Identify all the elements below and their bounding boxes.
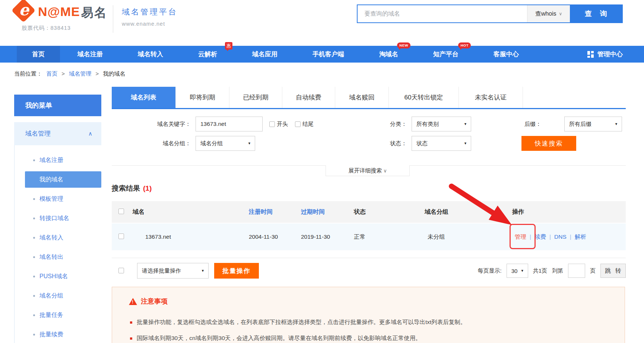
starts-with-checkbox[interactable]	[269, 121, 275, 127]
table-bottom-border	[112, 250, 626, 258]
expand-label: 展开详细搜索	[348, 167, 382, 174]
breadcrumb-home-link[interactable]: 首页	[46, 70, 57, 77]
sidebar-item-batch-tasks[interactable]: 批量任务	[15, 305, 101, 325]
nav-item-ip-platform[interactable]: 知产平台 HOT	[416, 46, 476, 63]
notice-panel: 注意事项 批量操作功能，复选框勾选或全选域名，在列表底部下拉框选择选择类型，点击…	[112, 287, 625, 343]
notice-item-text: 批量操作功能，复选框勾选或全选域名，在列表底部下拉框选择选择类型，点击进行批量操…	[137, 318, 466, 326]
resolve-link[interactable]: 解析	[575, 233, 586, 241]
status-select[interactable]: 状态 ▼	[412, 136, 471, 151]
whois-search-input[interactable]	[358, 5, 527, 22]
sidebar-item-my-domains[interactable]: 我的域名	[25, 171, 101, 188]
bullet-icon	[33, 198, 35, 200]
header-register-date-sort[interactable]: 注册时间	[249, 208, 301, 216]
group-label: 域名分组：	[145, 136, 191, 151]
whois-search-button[interactable]: 查 询	[570, 5, 622, 22]
jump-button[interactable]: 跳 转	[600, 264, 626, 278]
breadcrumb-prefix: 当前位置：	[14, 70, 42, 77]
header-status: 状态	[354, 208, 425, 216]
status-value: 正常	[354, 233, 425, 241]
sidebar-item-label: 转接口域名	[39, 215, 69, 222]
sidebar-menu-list: 域名注册 我的域名 模板管理 转接口域名 域名转入 域名转出 PUSH域名 域名…	[14, 145, 101, 343]
sidebar-item-template-management[interactable]: 模板管理	[15, 189, 101, 209]
dropdown-caret-icon: ▼	[464, 142, 467, 145]
dns-link[interactable]: DNS	[554, 234, 567, 240]
expand-detailed-search[interactable]: 展开详细搜索∨	[326, 165, 410, 176]
nav-item-domain-market[interactable]: 淘域名 NEW	[362, 46, 416, 63]
row-checkbox-cell	[112, 234, 133, 241]
category-select[interactable]: 所有类别 ▼	[412, 117, 471, 131]
pager-controls: 每页显示: 30 ▼ 共1页 到第 页 跳 转	[478, 264, 626, 278]
batch-select-all-checkbox[interactable]	[118, 268, 124, 273]
sidebar-item-label: 批量任务	[39, 311, 63, 319]
nav-item-domain-register[interactable]: 域名注册	[60, 46, 120, 63]
tab-expired[interactable]: 已经到期	[229, 87, 282, 108]
notice-title: 注意事项	[129, 297, 168, 306]
group-select[interactable]: 域名分组 ▼	[196, 136, 255, 151]
status-label: 状态：	[369, 136, 407, 151]
sidebar-item-domain-register[interactable]: 域名注册	[15, 150, 101, 170]
manage-link[interactable]: 管理	[515, 233, 526, 241]
nav-item-mobile-client[interactable]: 手机客户端	[295, 46, 362, 63]
suffix-select[interactable]: 所有后缀 ▼	[564, 117, 622, 131]
nav-item-label: 云解析	[198, 51, 217, 58]
tab-domain-list[interactable]: 域名列表	[112, 87, 176, 108]
domain-link[interactable]: 13673.net	[133, 234, 249, 240]
sidebar-item-transfer-in[interactable]: 域名转入	[15, 228, 101, 247]
sidebar-item-domain-groups[interactable]: 域名分组	[15, 286, 101, 305]
sidebar-item-batch-renew[interactable]: 批量续费	[15, 325, 101, 343]
dropdown-caret-icon: ▼	[521, 269, 524, 273]
sidebar-group-domain-management[interactable]: 域名管理 ∧	[14, 122, 101, 145]
bullet-icon	[130, 337, 132, 340]
group-value: 域名分组	[200, 140, 223, 147]
register-date: 2004-11-30	[249, 234, 301, 240]
expire-date: 2019-11-30	[301, 234, 354, 240]
group-link[interactable]: 未分组	[425, 233, 512, 241]
batch-operation-value: 请选择批量操作	[142, 267, 181, 274]
nav-item-domain-apps[interactable]: 域名应用	[235, 46, 295, 63]
tab-expiring-soon[interactable]: 即将到期	[176, 87, 229, 108]
breadcrumb-section-link[interactable]: 域名管理	[69, 70, 91, 77]
starts-with-checkbox-group: 开头	[269, 117, 288, 131]
sidebar-item-transfer-out[interactable]: 域名转出	[15, 247, 101, 267]
nav-item-support-center[interactable]: 客服中心	[476, 46, 536, 63]
promo-badge: 惠	[225, 42, 232, 50]
keyword-input[interactable]	[196, 117, 263, 131]
whois-type-dropdown[interactable]: 查whois ∨	[527, 5, 570, 22]
brand-logo-letter: e	[19, 1, 29, 19]
goto-page-input[interactable]	[568, 264, 585, 278]
header-divider	[113, 5, 113, 33]
ends-with-label: 结尾	[302, 121, 314, 128]
ends-with-checkbox[interactable]	[295, 121, 301, 127]
quick-search-button[interactable]: 快速搜索	[521, 136, 576, 151]
row-checkbox[interactable]	[118, 234, 124, 239]
dropdown-caret-icon: ▼	[248, 142, 251, 145]
nav-item-domain-transfer-in[interactable]: 域名转入	[120, 46, 181, 63]
whois-search-box: 查whois ∨ 查 询	[357, 4, 623, 23]
brand-name-cn: 易名	[81, 4, 107, 21]
header-expire-date-sort[interactable]: 过期时间	[301, 208, 354, 216]
header-group: 域名分组	[425, 208, 512, 216]
whois-type-label: 查whois	[535, 10, 556, 18]
stock-code: 股票代码：838413	[22, 25, 71, 32]
batch-operation-select[interactable]: 请选择批量操作 ▼	[137, 263, 209, 279]
sidebar-item-api-domains[interactable]: 转接口域名	[15, 209, 101, 228]
ops-separator: |	[570, 234, 571, 240]
select-all-checkbox[interactable]	[118, 209, 124, 214]
tab-60day-lock[interactable]: 60天转出锁定	[389, 87, 459, 108]
nav-item-home[interactable]: 首页	[17, 46, 60, 63]
nav-item-management-center[interactable]: 管理中心	[587, 46, 623, 63]
brand-name-en: N@ME	[38, 4, 80, 19]
per-page-select[interactable]: 30 ▼	[507, 264, 528, 278]
per-page-label: 每页显示:	[478, 267, 501, 274]
sidebar-item-label: 批量续费	[39, 331, 63, 339]
sidebar-item-push-domains[interactable]: PUSH域名	[15, 267, 101, 286]
tab-not-verified[interactable]: 未实名认证	[459, 87, 523, 108]
sidebar-item-label: 我的域名	[39, 176, 63, 184]
batch-operation-button[interactable]: 批量操作	[214, 263, 259, 279]
ends-with-checkbox-group: 结尾	[295, 117, 314, 131]
nav-item-cloud-dns[interactable]: 云解析 惠	[181, 46, 235, 63]
tab-redemption[interactable]: 域名赎回	[335, 87, 389, 108]
header-domain: 域名	[133, 208, 249, 216]
renew-link[interactable]: 续费	[534, 233, 546, 241]
tab-auto-renew[interactable]: 自动续费	[282, 87, 335, 108]
